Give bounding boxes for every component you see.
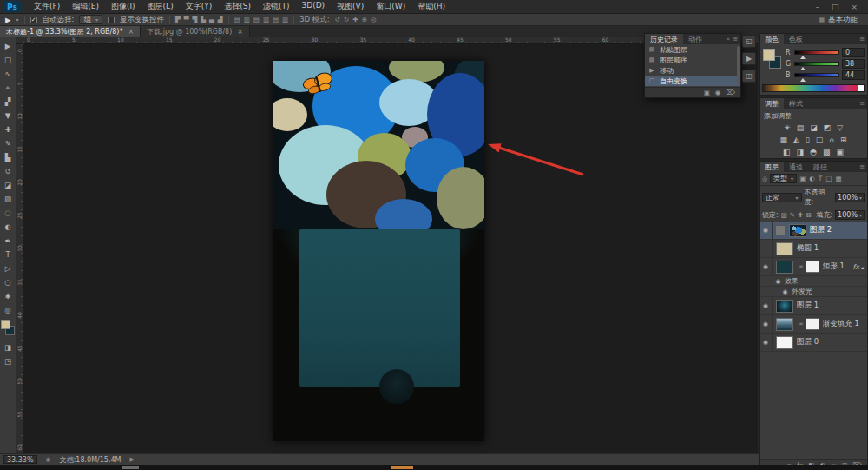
menu-item[interactable]: 滤镜(T) bbox=[257, 1, 296, 12]
adjustment-icon[interactable]: ▦ bbox=[779, 136, 787, 144]
visibility-eye-empty[interactable] bbox=[760, 240, 773, 257]
3d-mode-icon[interactable]: ↻ bbox=[344, 16, 349, 23]
green-slider[interactable] bbox=[794, 62, 839, 66]
menu-item[interactable]: 窗口(W) bbox=[370, 1, 411, 12]
collapse-icon[interactable]: « bbox=[727, 36, 730, 43]
menu-item[interactable]: 视图(V) bbox=[331, 1, 370, 12]
distribute-icon[interactable]: ▤ bbox=[273, 16, 279, 23]
fill-field[interactable]: 100% ▾ bbox=[835, 210, 865, 220]
mask-link-icon[interactable]: ∞ bbox=[799, 321, 804, 328]
layer-name[interactable]: 图层 2 bbox=[810, 225, 832, 235]
menu-item[interactable]: 图层(L) bbox=[141, 1, 180, 12]
shape-layer-thumbnail[interactable] bbox=[776, 242, 793, 255]
visibility-eye-icon[interactable]: ◉ bbox=[760, 315, 773, 333]
eraser-tool[interactable]: ◪ bbox=[1, 178, 16, 192]
adjustment-icon[interactable]: ⊞ bbox=[840, 136, 847, 144]
history-state[interactable]: ▶ 移动 bbox=[645, 65, 740, 76]
color-spectrum-bar[interactable] bbox=[762, 84, 865, 92]
layer-thumbnail[interactable] bbox=[789, 224, 806, 237]
status-expand-icon[interactable]: ▶ bbox=[129, 456, 134, 463]
outer-glow-row[interactable]: ◉ 外发光 bbox=[760, 287, 867, 297]
distribute-icon[interactable]: ▥ bbox=[263, 16, 269, 23]
layer-name[interactable]: 矩形 1 bbox=[823, 261, 845, 272]
zoom-tool[interactable]: ◎ bbox=[1, 303, 16, 317]
layer-name[interactable]: 图层 0 bbox=[797, 337, 819, 348]
scrollbar[interactable] bbox=[737, 46, 740, 84]
dodge-tool[interactable]: ◐ bbox=[1, 220, 16, 234]
document-canvas[interactable] bbox=[273, 61, 484, 441]
red-value-field[interactable]: 0 bbox=[842, 48, 865, 57]
history-brush-tool[interactable]: ↺ bbox=[1, 164, 16, 178]
tab-styles[interactable]: 样式 bbox=[784, 98, 808, 109]
collapsed-actions-icon[interactable]: ▶ bbox=[742, 52, 756, 65]
align-icon[interactable]: ▛ bbox=[175, 16, 181, 23]
restore-button[interactable]: □ bbox=[832, 3, 839, 11]
distribute-icon[interactable]: ▤ bbox=[234, 16, 240, 23]
layer-row[interactable]: ◉ 图层 1 bbox=[760, 297, 867, 315]
document-tab-inactive[interactable]: 下载.jpg @ 100%(RGB/8) × bbox=[141, 26, 250, 37]
minimize-button[interactable]: – bbox=[815, 3, 819, 11]
gradient-tool[interactable]: ▨ bbox=[1, 192, 16, 206]
lock-icon[interactable]: ▨ bbox=[781, 211, 787, 219]
layer-name[interactable]: 椭圆 1 bbox=[797, 243, 819, 254]
tab-actions[interactable]: 动作 bbox=[683, 34, 707, 44]
show-transform-checkbox[interactable] bbox=[108, 17, 115, 23]
pen-tool[interactable]: ✒ bbox=[1, 234, 16, 248]
close-icon[interactable]: × bbox=[128, 28, 134, 36]
green-value-field[interactable]: 38 bbox=[842, 59, 865, 69]
taskbar-item[interactable] bbox=[391, 466, 413, 469]
collapsed-properties-icon[interactable]: ◱ bbox=[742, 35, 756, 48]
adjustment-icon[interactable]: ▣ bbox=[836, 148, 844, 156]
collapsed-clone-source-icon[interactable]: ◫ bbox=[742, 70, 756, 83]
layer-mask-thumbnail[interactable] bbox=[806, 318, 819, 330]
path-select-tool[interactable]: ▷ bbox=[1, 261, 16, 275]
filter-kind-icon[interactable]: □ bbox=[825, 175, 832, 182]
document-tab-active[interactable]: 未标题-1 @ 33.3%(图层 2, RGB/8)* × bbox=[0, 26, 141, 37]
visibility-eye-icon[interactable]: ◉ bbox=[760, 258, 773, 275]
filter-kind-icon[interactable]: ▣ bbox=[799, 175, 806, 182]
layer-name[interactable]: 渐变填充 1 bbox=[823, 319, 859, 329]
canvas-area[interactable]: 051015202530354045505560657075 051015202… bbox=[16, 37, 758, 453]
close-icon[interactable]: × bbox=[237, 28, 243, 36]
align-icon[interactable]: ▟ bbox=[218, 16, 223, 23]
history-state-selected[interactable]: □ 自由变换 bbox=[645, 76, 740, 86]
active-tool-icon[interactable]: ▶ bbox=[5, 16, 11, 24]
3d-mode-icon[interactable]: ◎ bbox=[371, 16, 377, 23]
auto-select-dropdown[interactable]: 组 ▾ bbox=[79, 15, 102, 24]
visibility-eye-icon[interactable]: ◉ bbox=[760, 222, 773, 239]
history-state[interactable]: ▤ 粘贴图层 bbox=[645, 44, 740, 55]
adjustment-icon[interactable]: ☀ bbox=[784, 123, 791, 132]
lasso-tool[interactable]: ∿ bbox=[1, 67, 16, 81]
visibility-eye-icon[interactable]: ◉ bbox=[760, 297, 773, 314]
panel-menu-icon[interactable]: ≡ bbox=[859, 100, 865, 107]
menu-item[interactable]: 3D(D) bbox=[295, 1, 331, 12]
3d-mode-icon[interactable]: ⊕ bbox=[362, 16, 367, 23]
adjustment-icon[interactable]: ▩ bbox=[823, 148, 831, 156]
filter-kind-icon[interactable]: ◐ bbox=[809, 175, 815, 182]
move-tool[interactable]: ▶ bbox=[1, 39, 16, 53]
filter-type-dropdown[interactable]: 类型 ▾ bbox=[770, 174, 797, 183]
adjustment-icon[interactable]: □ bbox=[816, 136, 824, 144]
align-icon[interactable]: ▄ bbox=[209, 16, 214, 23]
shape-layer-thumbnail[interactable] bbox=[776, 261, 793, 274]
layer-name[interactable]: 图层 1 bbox=[797, 301, 819, 311]
visibility-eye-icon[interactable]: ◉ bbox=[779, 287, 792, 296]
blue-value-field[interactable]: 44 bbox=[842, 70, 865, 80]
zoom-level-field[interactable]: 33.33% bbox=[3, 455, 37, 464]
3d-mode-icon[interactable]: ✚ bbox=[352, 16, 358, 23]
layer-row-selected[interactable]: ◉ 图层 2 bbox=[760, 222, 867, 240]
menu-item[interactable]: 图像(I) bbox=[105, 1, 141, 12]
healing-brush-tool[interactable]: ✚ bbox=[1, 122, 16, 136]
adjustment-icon[interactable]: ◓ bbox=[810, 148, 817, 156]
screen-mode-button[interactable]: ◳ bbox=[1, 354, 16, 368]
menu-item[interactable]: 文件(F) bbox=[28, 1, 66, 12]
workspace-switcher[interactable]: ▦ 基本功能 bbox=[813, 15, 863, 25]
panel-menu-icon[interactable]: ≡ bbox=[733, 36, 738, 43]
brush-tool[interactable]: ✎ bbox=[1, 136, 16, 150]
menu-item[interactable]: 帮助(H) bbox=[411, 1, 451, 12]
foreground-swatch[interactable] bbox=[763, 49, 775, 61]
taskbar-item[interactable] bbox=[122, 466, 139, 469]
eyedropper-tool[interactable]: ▼ bbox=[1, 109, 16, 122]
panel-menu-icon[interactable]: ≡ bbox=[859, 36, 865, 43]
distribute-icon[interactable]: ▥ bbox=[244, 16, 250, 23]
